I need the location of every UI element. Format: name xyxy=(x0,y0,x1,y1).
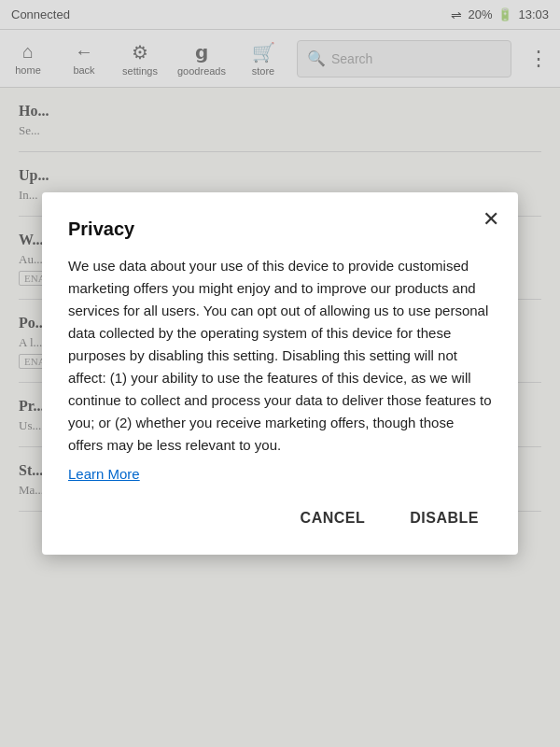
cancel-button[interactable]: CANCEL xyxy=(287,502,379,534)
dialog-title: Privacy xyxy=(68,218,492,240)
dialog-actions: CANCEL DISABLE xyxy=(68,502,492,534)
close-button[interactable]: ✕ xyxy=(483,209,499,230)
disable-button[interactable]: DISABLE xyxy=(397,502,492,534)
learn-more-link[interactable]: Learn More xyxy=(68,466,492,482)
modal-overlay: Privacy ✕ We use data about your use of … xyxy=(0,0,560,747)
dialog-body: We use data about your use of this devic… xyxy=(68,255,492,457)
privacy-dialog: Privacy ✕ We use data about your use of … xyxy=(42,192,518,555)
